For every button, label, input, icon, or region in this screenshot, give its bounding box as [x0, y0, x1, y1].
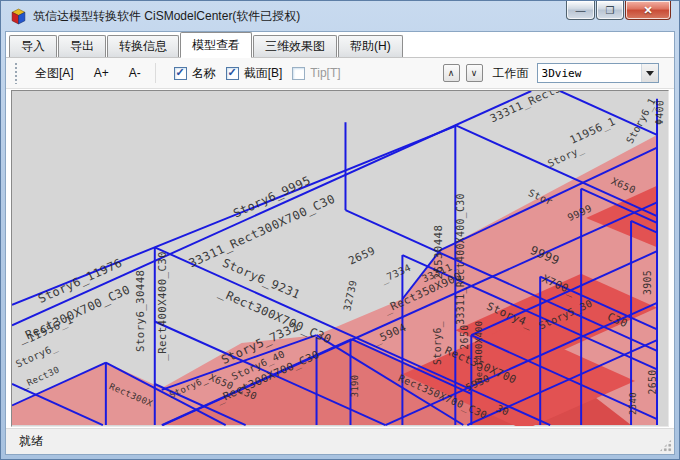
model-label: 33311_Rect400X400_C30 — [455, 193, 467, 324]
model-label: 2659 — [346, 244, 377, 267]
status-text: 就绪 — [19, 433, 43, 450]
zoom-in-button[interactable]: A+ — [84, 61, 119, 85]
checkbox-tip[interactable]: ✓ Tip[T] — [292, 66, 340, 80]
model-label: Story6_ — [432, 321, 444, 365]
checkbox-label: 名称 — [192, 65, 216, 82]
workplane-down-button[interactable]: ∨ — [466, 64, 483, 82]
checkbox-box: ✓ — [292, 67, 305, 80]
tab-model-view[interactable]: 模型查看 — [180, 32, 252, 58]
checkbox-label: Tip[T] — [310, 66, 340, 80]
workplane-label: 工作面 — [493, 65, 529, 82]
toolbar-separator — [155, 63, 156, 83]
checkbox-name[interactable]: ✓ 名称 — [174, 65, 216, 82]
tab-conversion-info[interactable]: 转换信息 — [107, 35, 179, 57]
model-label: 3190 — [350, 375, 360, 398]
checkbox-section[interactable]: ✓ 截面[B] — [226, 65, 283, 82]
tab-import[interactable]: 导入 — [9, 35, 57, 57]
model-viewport[interactable]: Story6_999533311_Rect300X700_C3033311_Re… — [11, 90, 669, 427]
resize-grip[interactable] — [659, 439, 672, 452]
tab-help[interactable]: 帮助(H) — [338, 35, 403, 57]
model-label: _7334 — [379, 262, 413, 286]
tab-3d-render[interactable]: 三维效果图 — [253, 35, 337, 57]
model-label: 33311_Rect3 — [488, 91, 563, 125]
toolbar: 全图[A] A+ A- ✓ 名称 ✓ 截面[B] ✓ Tip[T] ∧ ∨ 工作… — [6, 58, 674, 89]
checkbox-box: ✓ — [226, 67, 239, 80]
close-button[interactable]: ✕ — [625, 1, 671, 20]
model-label: 2540 — [628, 392, 638, 415]
model-label: 3905 — [642, 270, 653, 295]
model-label: 11956_1 — [568, 115, 618, 147]
title-bar[interactable]: 筑信达模型转换软件 CiSModelCenter(软件已授权) — ❐ ✕ — [1, 1, 679, 31]
client-area: 导入 导出 转换信息 模型查看 三维效果图 帮助(H) 全图[A] A+ A- … — [5, 31, 675, 455]
checkbox-box: ✓ — [174, 67, 187, 80]
minimize-button[interactable]: — — [566, 1, 595, 20]
model-label: 2650 — [459, 325, 470, 350]
caption-buttons: — ❐ ✕ — [565, 1, 671, 20]
model-label: 2650 — [647, 370, 658, 395]
workplane-stepper: ∧ ∨ — [443, 64, 489, 82]
app-icon — [10, 8, 27, 25]
chevron-down-icon — [646, 71, 654, 76]
model-label: Story6_30448 — [134, 270, 147, 352]
window-title: 筑信达模型转换软件 CiSModelCenter(软件已授权) — [33, 7, 300, 25]
tab-export[interactable]: 导出 — [58, 35, 106, 57]
toolbar-grip-handle[interactable] — [14, 62, 18, 84]
workplane-dropdown[interactable]: 3Dview — [537, 63, 659, 83]
zoom-out-button[interactable]: A- — [119, 61, 151, 85]
full-view-button[interactable]: 全图[A] — [25, 60, 84, 87]
tab-strip: 导入 导出 转换信息 模型查看 三维效果图 帮助(H) — [6, 32, 674, 58]
model-label: 32739 — [341, 279, 359, 312]
workplane-up-button[interactable]: ∧ — [443, 64, 460, 82]
model-label: Story_ — [546, 143, 586, 170]
checkbox-label: 截面[B] — [244, 65, 283, 82]
workplane-value: 3Dview — [542, 67, 582, 80]
maximize-button[interactable]: ❐ — [596, 1, 624, 20]
model-label: _Rect400X400_C30 — [156, 251, 169, 361]
check-icon: ✓ — [228, 67, 237, 78]
model-label: Φ400 — [653, 100, 665, 125]
status-bar: 就绪 — [6, 428, 674, 454]
check-icon: ✓ — [176, 67, 185, 78]
model-wireframe-canvas[interactable]: Story6_999533311_Rect300X700_C3033311_Re… — [12, 91, 668, 426]
app-window: 筑信达模型转换软件 CiSModelCenter(软件已授权) — ❐ ✕ 导入… — [0, 0, 680, 460]
dropdown-arrow-zone[interactable] — [641, 64, 658, 82]
